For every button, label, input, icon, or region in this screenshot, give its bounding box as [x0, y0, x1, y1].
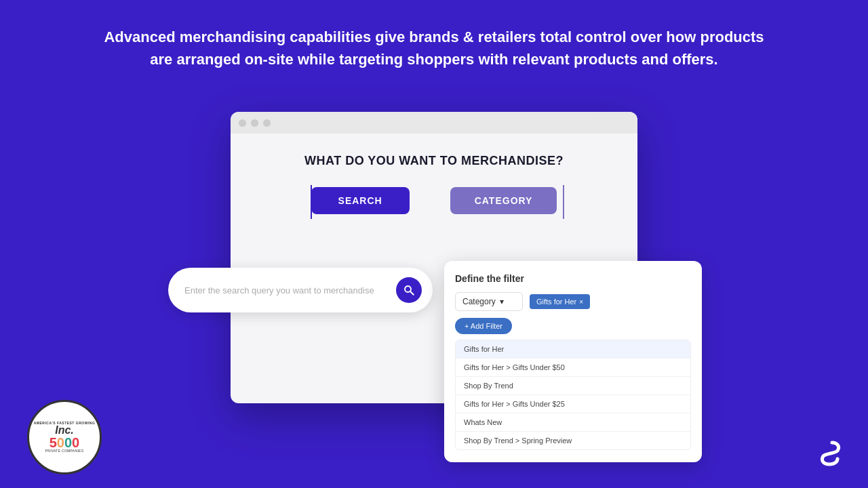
filter-panel: Define the filter Category ▾ Gifts for H… [444, 261, 702, 462]
search-icon-circle[interactable] [396, 277, 422, 303]
merchandise-title: WHAT DO YOU WANT TO MERCHANDISE? [244, 154, 624, 168]
buttons-row: SEARCH CATEGORY [244, 187, 624, 214]
list-item[interactable]: Gifts for Her > Gifts Under $50 [456, 359, 690, 377]
list-item[interactable]: Whats New [456, 413, 690, 432]
company-logo [812, 436, 844, 471]
filter-list: Gifts for Her Gifts for Her > Gifts Unde… [455, 340, 691, 450]
list-item[interactable]: Shop By Trend [456, 377, 690, 395]
inc-logo: Inc. [34, 425, 96, 436]
inc-private-text: PRIVATE COMPANIES [34, 449, 96, 453]
add-filter-button[interactable]: + Add Filter [455, 318, 512, 334]
add-filter-row: + Add Filter [455, 318, 691, 334]
logo-svg [812, 436, 844, 468]
dot-green [263, 119, 271, 127]
search-button[interactable]: SEARCH [311, 187, 410, 214]
category-dropdown[interactable]: Category ▾ [455, 292, 523, 311]
search-placeholder: Enter the search query you want to merch… [184, 285, 396, 296]
search-icon [403, 284, 415, 296]
dropdown-label: Category [462, 297, 496, 306]
browser-content: WHAT DO YOU WANT TO MERCHANDISE? SEARCH … [231, 134, 637, 228]
inc-america-text: AMERICA'S FASTEST GROWING [34, 422, 96, 426]
browser-window: WHAT DO YOU WANT TO MERCHANDISE? SEARCH … [231, 112, 637, 403]
tag-label: Gifts for Her [536, 298, 576, 306]
list-item[interactable]: Gifts for Her [456, 340, 690, 359]
svg-line-1 [410, 291, 414, 295]
search-panel: Enter the search query you want to merch… [168, 268, 433, 312]
filter-title: Define the filter [455, 273, 691, 284]
browser-titlebar [231, 112, 637, 134]
inc-badge-content: AMERICA'S FASTEST GROWING Inc. 5000 PRIV… [34, 422, 96, 453]
hero-line1: Advanced merchandising capabilities give… [54, 26, 814, 48]
category-button[interactable]: CATEGORY [450, 187, 557, 214]
chevron-down-icon: ▾ [500, 297, 504, 306]
connector-search-line [311, 185, 312, 219]
inc-5000-badge: AMERICA'S FASTEST GROWING Inc. 5000 PRIV… [27, 400, 102, 474]
inc-5000-number: 5000 [34, 436, 96, 449]
dot-red [239, 119, 246, 127]
connector-category-line [563, 185, 564, 219]
hero-line2: are arranged on-site while targeting sho… [54, 48, 814, 70]
list-item[interactable]: Gifts for Her > Gifts Under $25 [456, 395, 690, 413]
tag-remove-icon[interactable]: × [579, 298, 583, 306]
filter-row: Category ▾ Gifts for Her × [455, 292, 691, 311]
dot-yellow [251, 119, 258, 127]
filter-tag[interactable]: Gifts for Her × [530, 294, 590, 309]
list-item[interactable]: Shop By Trend > Spring Preview [456, 432, 690, 449]
hero-text: Advanced merchandising capabilities give… [0, 0, 868, 84]
